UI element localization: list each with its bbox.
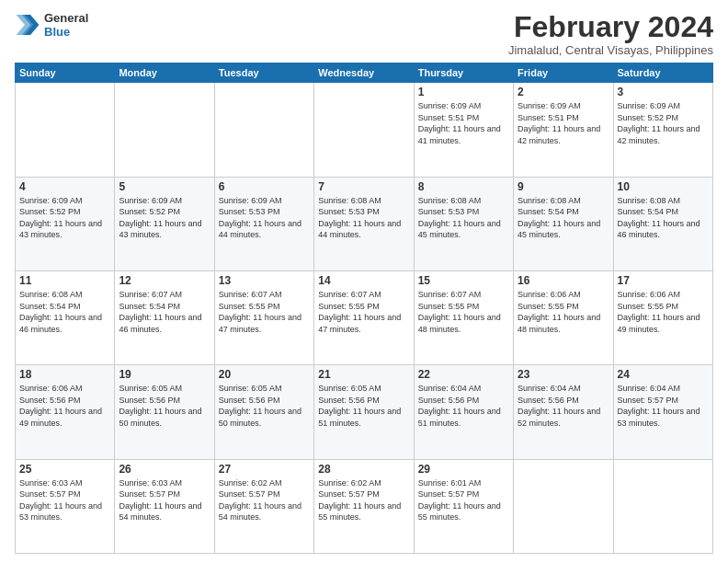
- cal-cell: [314, 83, 414, 177]
- day-number: 17: [618, 274, 709, 287]
- day-number: 28: [318, 463, 409, 476]
- cal-cell: 21Sunrise: 6:05 AM Sunset: 5:56 PM Dayli…: [314, 365, 414, 459]
- day-number: 22: [418, 368, 509, 381]
- day-number: 20: [219, 368, 310, 381]
- cal-cell: 22Sunrise: 6:04 AM Sunset: 5:56 PM Dayli…: [414, 365, 513, 459]
- cal-cell: 5Sunrise: 6:09 AM Sunset: 5:52 PM Daylig…: [115, 177, 214, 270]
- day-info: Sunrise: 6:05 AM Sunset: 5:56 PM Dayligh…: [318, 383, 409, 429]
- day-number: 1: [418, 86, 509, 98]
- day-number: 2: [518, 86, 609, 98]
- day-number: 3: [618, 86, 709, 98]
- day-info: Sunrise: 6:01 AM Sunset: 5:57 PM Dayligh…: [418, 477, 509, 523]
- day-info: Sunrise: 6:04 AM Sunset: 5:56 PM Dayligh…: [518, 383, 609, 429]
- day-number: 9: [518, 180, 609, 193]
- day-info: Sunrise: 6:09 AM Sunset: 5:51 PM Dayligh…: [418, 100, 509, 146]
- cal-cell: 2Sunrise: 6:09 AM Sunset: 5:51 PM Daylig…: [514, 83, 613, 177]
- day-info: Sunrise: 6:08 AM Sunset: 5:54 PM Dayligh…: [19, 289, 110, 335]
- day-number: 29: [418, 463, 509, 476]
- cal-cell: 13Sunrise: 6:07 AM Sunset: 5:55 PM Dayli…: [214, 270, 313, 364]
- cal-cell: 26Sunrise: 6:03 AM Sunset: 5:57 PM Dayli…: [115, 459, 214, 553]
- page: General Blue February 2024 Jimalalud, Ce…: [0, 0, 728, 563]
- cal-cell: 9Sunrise: 6:08 AM Sunset: 5:54 PM Daylig…: [514, 177, 613, 270]
- day-number: 25: [19, 463, 110, 476]
- cal-cell: 11Sunrise: 6:08 AM Sunset: 5:54 PM Dayli…: [16, 270, 115, 364]
- day-info: Sunrise: 6:03 AM Sunset: 5:57 PM Dayligh…: [119, 477, 210, 523]
- day-info: Sunrise: 6:06 AM Sunset: 5:56 PM Dayligh…: [19, 383, 110, 429]
- cal-cell: 27Sunrise: 6:02 AM Sunset: 5:57 PM Dayli…: [214, 459, 313, 553]
- cal-cell: 3Sunrise: 6:09 AM Sunset: 5:52 PM Daylig…: [613, 83, 712, 177]
- cal-cell: 20Sunrise: 6:05 AM Sunset: 5:56 PM Dayli…: [214, 365, 313, 459]
- day-number: 11: [19, 274, 110, 287]
- day-number: 7: [318, 180, 409, 193]
- day-number: 8: [418, 180, 509, 193]
- cal-cell: 6Sunrise: 6:09 AM Sunset: 5:53 PM Daylig…: [214, 177, 313, 270]
- cal-cell: 15Sunrise: 6:07 AM Sunset: 5:55 PM Dayli…: [414, 270, 513, 364]
- day-info: Sunrise: 6:09 AM Sunset: 5:52 PM Dayligh…: [618, 100, 709, 146]
- day-info: Sunrise: 6:08 AM Sunset: 5:53 PM Dayligh…: [418, 195, 509, 241]
- col-header-saturday: Saturday: [613, 63, 712, 83]
- day-number: 12: [119, 274, 210, 287]
- day-info: Sunrise: 6:06 AM Sunset: 5:55 PM Dayligh…: [518, 289, 609, 335]
- col-header-monday: Monday: [115, 63, 214, 83]
- day-info: Sunrise: 6:02 AM Sunset: 5:57 PM Dayligh…: [318, 477, 409, 523]
- cal-cell: 25Sunrise: 6:03 AM Sunset: 5:57 PM Dayli…: [16, 459, 115, 553]
- day-number: 18: [19, 368, 110, 381]
- col-header-sunday: Sunday: [16, 63, 115, 83]
- cal-cell: [214, 83, 313, 177]
- day-info: Sunrise: 6:07 AM Sunset: 5:55 PM Dayligh…: [318, 289, 409, 335]
- day-info: Sunrise: 6:06 AM Sunset: 5:55 PM Dayligh…: [618, 289, 709, 335]
- day-number: 19: [119, 368, 210, 381]
- day-info: Sunrise: 6:07 AM Sunset: 5:54 PM Dayligh…: [119, 289, 210, 335]
- day-number: 27: [219, 463, 310, 476]
- day-number: 6: [219, 180, 310, 193]
- month-title: February 2024: [508, 11, 713, 43]
- col-header-thursday: Thursday: [414, 63, 513, 83]
- day-number: 5: [119, 180, 210, 193]
- cal-cell: 4Sunrise: 6:09 AM Sunset: 5:52 PM Daylig…: [16, 177, 115, 270]
- col-header-friday: Friday: [514, 63, 613, 83]
- logo: General Blue: [15, 11, 88, 39]
- logo-text: General Blue: [44, 11, 88, 39]
- day-number: 4: [19, 180, 110, 193]
- day-info: Sunrise: 6:03 AM Sunset: 5:57 PM Dayligh…: [19, 477, 110, 523]
- day-number: 16: [518, 274, 609, 287]
- day-info: Sunrise: 6:04 AM Sunset: 5:56 PM Dayligh…: [418, 383, 509, 429]
- cal-cell: 24Sunrise: 6:04 AM Sunset: 5:57 PM Dayli…: [613, 365, 712, 459]
- day-info: Sunrise: 6:07 AM Sunset: 5:55 PM Dayligh…: [219, 289, 310, 335]
- day-number: 26: [119, 463, 210, 476]
- day-info: Sunrise: 6:05 AM Sunset: 5:56 PM Dayligh…: [119, 383, 210, 429]
- cal-cell: 29Sunrise: 6:01 AM Sunset: 5:57 PM Dayli…: [414, 459, 513, 553]
- day-info: Sunrise: 6:08 AM Sunset: 5:53 PM Dayligh…: [318, 195, 409, 241]
- cal-cell: 1Sunrise: 6:09 AM Sunset: 5:51 PM Daylig…: [414, 83, 513, 177]
- day-info: Sunrise: 6:07 AM Sunset: 5:55 PM Dayligh…: [418, 289, 509, 335]
- cal-cell: 18Sunrise: 6:06 AM Sunset: 5:56 PM Dayli…: [16, 365, 115, 459]
- day-info: Sunrise: 6:09 AM Sunset: 5:53 PM Dayligh…: [219, 195, 310, 241]
- cal-cell: [514, 459, 613, 553]
- cal-cell: [613, 459, 712, 553]
- header: General Blue February 2024 Jimalalud, Ce…: [15, 11, 713, 57]
- cal-cell: 14Sunrise: 6:07 AM Sunset: 5:55 PM Dayli…: [314, 270, 414, 364]
- location-subtitle: Jimalalud, Central Visayas, Philippines: [508, 43, 713, 57]
- day-info: Sunrise: 6:08 AM Sunset: 5:54 PM Dayligh…: [618, 195, 709, 241]
- cal-cell: [115, 83, 214, 177]
- calendar-table: SundayMondayTuesdayWednesdayThursdayFrid…: [15, 63, 713, 554]
- day-number: 14: [318, 274, 409, 287]
- cal-cell: [16, 83, 115, 177]
- day-number: 24: [618, 368, 709, 381]
- col-header-tuesday: Tuesday: [214, 63, 313, 83]
- cal-cell: 28Sunrise: 6:02 AM Sunset: 5:57 PM Dayli…: [314, 459, 414, 553]
- cal-cell: 7Sunrise: 6:08 AM Sunset: 5:53 PM Daylig…: [314, 177, 414, 270]
- cal-cell: 10Sunrise: 6:08 AM Sunset: 5:54 PM Dayli…: [613, 177, 712, 270]
- cal-cell: 17Sunrise: 6:06 AM Sunset: 5:55 PM Dayli…: [613, 270, 712, 364]
- day-info: Sunrise: 6:02 AM Sunset: 5:57 PM Dayligh…: [219, 477, 310, 523]
- day-info: Sunrise: 6:08 AM Sunset: 5:54 PM Dayligh…: [518, 195, 609, 241]
- day-info: Sunrise: 6:05 AM Sunset: 5:56 PM Dayligh…: [219, 383, 310, 429]
- cal-cell: 19Sunrise: 6:05 AM Sunset: 5:56 PM Dayli…: [115, 365, 214, 459]
- cal-cell: 23Sunrise: 6:04 AM Sunset: 5:56 PM Dayli…: [514, 365, 613, 459]
- day-info: Sunrise: 6:09 AM Sunset: 5:52 PM Dayligh…: [19, 195, 110, 241]
- cal-cell: 16Sunrise: 6:06 AM Sunset: 5:55 PM Dayli…: [514, 270, 613, 364]
- day-info: Sunrise: 6:04 AM Sunset: 5:57 PM Dayligh…: [618, 383, 709, 429]
- day-number: 13: [219, 274, 310, 287]
- day-info: Sunrise: 6:09 AM Sunset: 5:52 PM Dayligh…: [119, 195, 210, 241]
- cal-cell: 12Sunrise: 6:07 AM Sunset: 5:54 PM Dayli…: [115, 270, 214, 364]
